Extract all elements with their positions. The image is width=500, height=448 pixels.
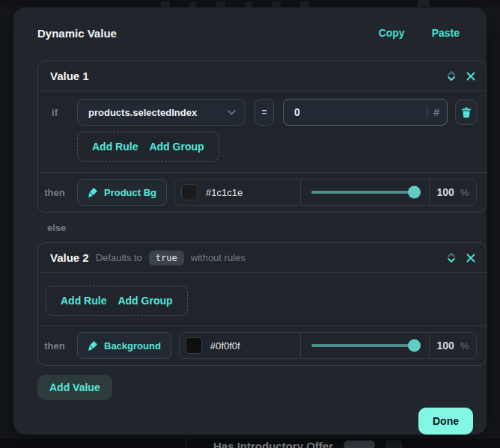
- condition-field-dropdown[interactable]: products.selectedIndex: [77, 99, 246, 126]
- background-panel-strip: Has Introductory Offer: [0, 439, 500, 448]
- close-icon[interactable]: [466, 254, 475, 263]
- screen: Has Introductory Offer Dynamic Value Cop…: [0, 0, 500, 448]
- done-button[interactable]: Done: [418, 408, 473, 435]
- opacity-percent-section[interactable]: 100 %: [430, 179, 476, 205]
- number-type-icon[interactable]: #: [433, 106, 439, 118]
- paste-button[interactable]: Paste: [432, 27, 460, 39]
- value-2-title: Value 2: [50, 251, 89, 264]
- color-swatch[interactable]: [181, 184, 198, 200]
- target-property-label: Background: [104, 340, 161, 352]
- paintbrush-icon: [88, 187, 98, 197]
- opacity-value: 100: [437, 186, 454, 198]
- background-setting-label: Has Introductory Offer: [197, 439, 333, 448]
- value-2-conditions: Add Rule Add Group: [38, 273, 486, 325]
- if-label: if: [38, 107, 71, 118]
- value-2-then-row: then Background #0f0f0f: [38, 325, 486, 365]
- else-label: else: [47, 222, 475, 233]
- color-value-box: #0f0f0f 100 %: [179, 332, 477, 359]
- reorder-icon[interactable]: [448, 71, 455, 81]
- defaults-suffix: without rules: [191, 252, 246, 263]
- add-rule-button[interactable]: Add Rule: [61, 295, 106, 307]
- paintbrush-icon: [88, 340, 98, 351]
- slider-thumb[interactable]: [408, 186, 421, 199]
- color-swatch[interactable]: [186, 337, 202, 354]
- opacity-value: 100: [437, 340, 454, 352]
- color-value-box: #1c1c1e 100 %: [174, 179, 477, 206]
- modal-title: Dynamic Value: [37, 27, 379, 40]
- color-hex-value: #1c1c1e: [206, 187, 243, 198]
- condition-value-input[interactable]: 0 #: [283, 99, 448, 126]
- value-1-title: Value 1: [50, 70, 89, 82]
- condition-operator-button[interactable]: =: [254, 99, 274, 126]
- then-label: then: [38, 187, 71, 198]
- add-rule-button[interactable]: Add Rule: [92, 141, 138, 153]
- value-2-header: Value 2 Defaults to true without rules: [38, 243, 486, 273]
- value-1-conditions: if products.selectedIndex = 0 #: [38, 91, 486, 172]
- color-section[interactable]: #0f0f0f: [180, 333, 301, 358]
- dynamic-value-modal: Dynamic Value Copy Paste Value 1: [13, 7, 487, 435]
- opacity-slider[interactable]: [311, 191, 418, 194]
- background-divider: [186, 439, 186, 448]
- chevron-down-icon: [228, 110, 236, 115]
- opacity-percent-section[interactable]: 100 %: [430, 333, 476, 358]
- target-property-chip[interactable]: Product Bg: [77, 179, 167, 206]
- background-toggle: [344, 441, 375, 448]
- add-actions-group: Add Rule Add Group: [77, 132, 219, 162]
- add-group-button[interactable]: Add Group: [118, 295, 172, 307]
- target-property-label: Product Bg: [104, 187, 156, 198]
- opacity-slider-section: [301, 333, 430, 358]
- condition-field-value: products.selectedIndex: [88, 107, 228, 118]
- value-1-then-row: then Product Bg #1c1c1e: [38, 172, 486, 212]
- color-hex-value: #0f0f0f: [210, 340, 240, 352]
- delete-rule-button[interactable]: [455, 99, 478, 125]
- add-actions-group: Add Rule Add Group: [46, 286, 188, 316]
- value-1-card: Value 1 if products.selectedIndex: [37, 61, 487, 212]
- copy-button[interactable]: Copy: [379, 27, 405, 39]
- target-property-chip[interactable]: Background: [77, 332, 171, 359]
- opacity-slider[interactable]: [311, 344, 418, 347]
- condition-value: 0: [294, 106, 427, 118]
- default-value-badge: true: [149, 251, 184, 266]
- close-icon[interactable]: [466, 72, 475, 81]
- opacity-slider-section: [301, 179, 430, 205]
- opacity-unit: %: [460, 187, 469, 198]
- then-label: then: [38, 340, 71, 352]
- color-section[interactable]: #1c1c1e: [175, 179, 301, 205]
- trash-icon: [461, 107, 472, 118]
- defaults-prefix: Defaults to: [96, 252, 142, 263]
- opacity-unit: %: [460, 340, 469, 352]
- add-group-button[interactable]: Add Group: [149, 141, 204, 153]
- value-1-header: Value 1: [38, 61, 486, 91]
- input-divider: [427, 106, 427, 118]
- slider-thumb[interactable]: [408, 340, 421, 352]
- background-field: [385, 441, 402, 448]
- value-2-card: Value 2 Defaults to true without rules A…: [37, 242, 487, 366]
- reorder-icon[interactable]: [448, 253, 455, 263]
- modal-footer: Done: [25, 408, 475, 435]
- background-toolbar-selection: [418, 0, 430, 7]
- add-value-button[interactable]: Add Value: [37, 375, 112, 400]
- modal-header: Dynamic Value Copy Paste: [25, 18, 475, 48]
